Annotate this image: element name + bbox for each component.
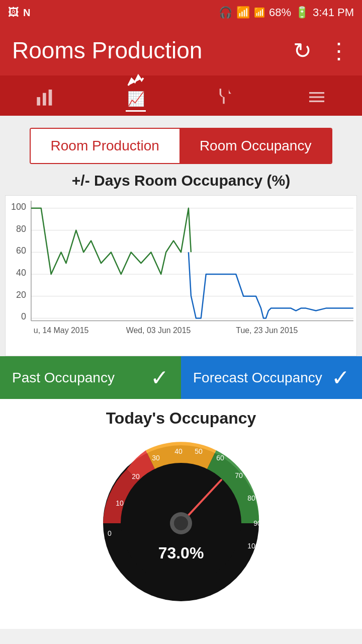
nav-bar: 📈 <box>0 75 362 116</box>
chart-title: +/- Days Room Occupancy (%) <box>0 172 362 189</box>
svg-text:80: 80 <box>16 224 26 234</box>
svg-text:70: 70 <box>235 471 243 479</box>
gauge-svg: 0 10 20 30 40 50 60 70 80 90 100 73.0% <box>96 438 266 609</box>
svg-text:50: 50 <box>195 447 203 455</box>
status-right-icons: 🎧 📶 📶 68% 🔋 3:41 PM <box>219 6 354 19</box>
svg-text:0: 0 <box>108 529 112 537</box>
tab-room-production[interactable]: Room Production <box>31 129 179 163</box>
status-left-icons: 🖼 N <box>8 6 30 19</box>
svg-text:20: 20 <box>132 472 140 480</box>
svg-text:60: 60 <box>16 246 26 256</box>
svg-rect-4 <box>309 96 324 98</box>
past-occupancy-label: Past Occupancy <box>12 370 115 386</box>
nav-menu[interactable] <box>307 87 327 112</box>
legend-forecast[interactable]: Forecast Occupancy ✓ <box>181 356 362 399</box>
svg-text:60: 60 <box>216 454 224 462</box>
svg-text:100: 100 <box>247 542 259 550</box>
tabs-section: Room Production Room Occupancy <box>0 116 362 164</box>
svg-text:100: 100 <box>11 202 26 212</box>
svg-text:10: 10 <box>116 499 124 507</box>
clock: 3:41 PM <box>313 6 354 19</box>
tab-room-occupancy[interactable]: Room Occupancy <box>179 129 332 163</box>
svg-point-38 <box>174 516 188 530</box>
app-title: Rooms Production <box>12 37 202 64</box>
gauge-wrapper: 0 10 20 30 40 50 60 70 80 90 100 73.0% <box>96 438 266 609</box>
svg-text:90: 90 <box>253 519 261 527</box>
svg-rect-2 <box>49 90 52 106</box>
refresh-button[interactable]: ↻ <box>293 38 312 63</box>
legend-bar: Past Occupancy ✓ Forecast Occupancy ✓ <box>0 356 362 399</box>
svg-text:u, 14 May 2015: u, 14 May 2015 <box>34 326 89 335</box>
svg-rect-5 <box>309 101 324 102</box>
chart-section: +/- Days Room Occupancy (%) 100 80 60 40… <box>0 164 362 356</box>
headphone-icon: 🎧 <box>219 6 232 19</box>
nav-area-chart[interactable]: 📈 <box>126 70 146 112</box>
app-bar-actions: ↻ ⋮ <box>293 38 350 63</box>
svg-text:30: 30 <box>152 454 160 462</box>
battery-icon: 🔋 <box>295 6 309 19</box>
svg-text:40: 40 <box>16 268 26 278</box>
svg-text:80: 80 <box>247 494 255 502</box>
forecast-occupancy-check: ✓ <box>331 365 350 390</box>
wifi-icon: 📶 <box>236 6 250 19</box>
more-options-button[interactable]: ⋮ <box>328 38 350 63</box>
tab-group: Room Production Room Occupancy <box>30 128 333 164</box>
svg-rect-3 <box>309 92 324 94</box>
past-occupancy-check: ✓ <box>150 365 169 390</box>
nav-restaurant[interactable] <box>216 87 236 112</box>
legend-past[interactable]: Past Occupancy ✓ <box>0 356 181 399</box>
battery-percent: 68% <box>269 6 291 19</box>
n-icon: N <box>23 7 30 19</box>
gauge-title: Today's Occupancy <box>106 409 256 428</box>
svg-text:73.0%: 73.0% <box>158 544 204 562</box>
svg-text:0: 0 <box>21 311 26 321</box>
chart-svg: 100 80 60 40 20 0 u, 14 May 2015 Wed, 03… <box>6 196 356 356</box>
image-icon: 🖼 <box>8 6 19 19</box>
chart-container: 100 80 60 40 20 0 u, 14 May 2015 Wed, 03… <box>5 195 357 356</box>
gauge-section: Today's Occupancy 0 10 20 30 <box>0 399 362 629</box>
nav-bar-chart[interactable] <box>35 87 55 112</box>
svg-text:Tue, 23 Jun 2015: Tue, 23 Jun 2015 <box>236 326 298 335</box>
svg-text:Wed, 03 Jun 2015: Wed, 03 Jun 2015 <box>126 326 191 335</box>
svg-text:40: 40 <box>174 447 183 455</box>
status-bar: 🖼 N 🎧 📶 📶 68% 🔋 3:41 PM <box>0 0 362 25</box>
svg-rect-0 <box>37 97 40 106</box>
svg-rect-1 <box>43 93 46 106</box>
signal-icon: 📶 <box>254 7 265 18</box>
forecast-occupancy-label: Forecast Occupancy <box>193 370 322 386</box>
app-bar: Rooms Production ↻ ⋮ <box>0 25 362 75</box>
svg-text:20: 20 <box>16 290 26 300</box>
